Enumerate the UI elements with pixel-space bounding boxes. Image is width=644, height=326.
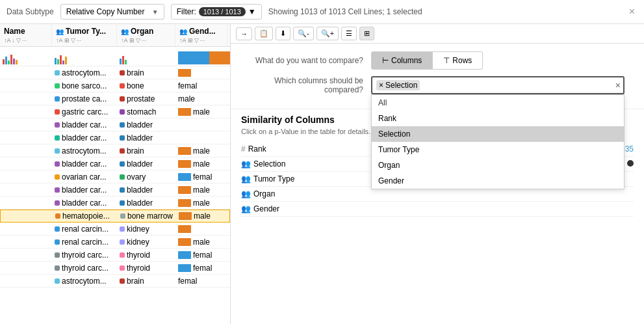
gender-bar <box>179 212 192 220</box>
table-row[interactable]: bladder car... bladder male <box>0 157 230 170</box>
table-row[interactable]: astrocytom... brain femal <box>0 275 230 288</box>
select-input[interactable]: × Selection <box>371 76 625 94</box>
filter-button[interactable]: Filter: 1013 / 1013 ▼ <box>171 4 262 20</box>
filter-col-icon3[interactable]: ▽ <box>136 37 140 44</box>
more-icon3[interactable]: ··· <box>142 37 147 44</box>
filter-col-icon[interactable]: ▽ <box>16 37 21 44</box>
gender-bar <box>178 69 191 77</box>
cell-tumor: bone sarco... <box>52 81 117 90</box>
download-tool-button[interactable]: ⬇ <box>276 27 290 40</box>
table-row[interactable]: bone sarco... bone femal <box>0 79 230 92</box>
cell-organ: bladder <box>117 120 175 129</box>
filter-col-icon4[interactable]: ▽ <box>194 37 199 44</box>
table-row[interactable]: thyroid carc... thyroid femal <box>0 262 230 275</box>
dropdown-item-selection[interactable]: Selection <box>372 126 624 142</box>
tumor-color-dot <box>55 265 60 271</box>
more-icon[interactable]: ··· <box>22 37 27 44</box>
organ-color-dot <box>120 239 125 245</box>
select-area: × Selection × AllRankSelectionTumor Type… <box>371 76 625 94</box>
table-row[interactable]: astrocytom... brain male <box>0 144 230 157</box>
sort-asc-icon2[interactable]: ↑A <box>56 37 63 44</box>
cell-organ: brain <box>117 68 175 77</box>
col-icon2[interactable]: ⊞ <box>64 37 70 44</box>
main-layout: Name ↑A ↓ ▽ ··· 👥 Tumor Ty... ↑A ⊞ ▽ <box>0 24 644 324</box>
data-subtype-dropdown[interactable]: Relative Copy Number ▼ <box>60 4 164 20</box>
organ-color-dot <box>120 252 125 258</box>
more-icon4[interactable]: ··· <box>200 37 205 44</box>
col-header-gender[interactable]: 👥 Gend... ↑A ⊞ ▽ ··· <box>175 24 227 46</box>
rows-button[interactable]: ⊤ Rows <box>433 51 483 70</box>
table-row[interactable]: gastric carc... stomach male <box>0 105 230 118</box>
arrow-tool-button[interactable]: → <box>236 27 252 40</box>
cell-organ: bone marrow <box>118 211 176 221</box>
table-row[interactable]: ovarian car... ovary femal <box>0 170 230 183</box>
cell-gender: male <box>175 159 227 169</box>
table-row[interactable]: bladder car... bladder male <box>0 197 230 210</box>
grid-tool-button[interactable]: ⊞ <box>359 27 374 40</box>
gender-bar <box>178 173 191 181</box>
sim-label: 👥 Gender <box>241 204 601 213</box>
tumor-color-dot <box>55 252 60 258</box>
tumor-color-dot <box>55 83 60 88</box>
table-row[interactable]: renal carcin... kidney <box>0 223 230 236</box>
chevron-down-icon: ▼ <box>248 7 256 16</box>
col-icon4[interactable]: ⊞ <box>188 37 193 44</box>
table-row[interactable]: astrocytom... brain <box>0 66 230 79</box>
organ-color-dot <box>120 70 125 75</box>
cell-tumor: astrocytom... <box>52 68 117 77</box>
organ-color-dot <box>120 148 125 154</box>
dropdown-item-organ[interactable]: Organ <box>372 157 624 173</box>
zoom-out-button[interactable]: 🔍- <box>293 27 314 40</box>
cell-tumor: thyroid carc... <box>52 264 117 273</box>
dropdown-item-all[interactable]: All <box>372 95 624 111</box>
cell-gender <box>175 69 227 77</box>
gender-bar <box>178 160 191 168</box>
col-header-name[interactable]: Name ↑A ↓ ▽ ··· <box>0 24 52 46</box>
table-row[interactable]: prostate ca... prostate male <box>0 92 230 105</box>
cell-tumor: bladder car... <box>52 120 117 129</box>
table-row[interactable]: bladder car... bladder <box>0 131 230 144</box>
dropdown-list: AllRankSelectionTumor TypeOrganGender <box>371 94 625 189</box>
organ-color-dot <box>120 278 125 284</box>
tumor-color-dot <box>55 122 60 128</box>
col-organ-label: Organ <box>131 27 153 36</box>
sort-asc-icon4[interactable]: ↑A <box>179 37 187 44</box>
cell-gender: femal <box>175 277 227 286</box>
cell-organ: kidney <box>117 238 175 247</box>
sim-row[interactable]: 👥 Gender <box>241 202 634 217</box>
gender-bar <box>178 264 191 272</box>
more-icon2[interactable]: ··· <box>77 37 82 44</box>
col-header-tumor[interactable]: 👥 Tumor Ty... ↑A ⊞ ▽ ··· <box>52 24 117 46</box>
organ-people-icon: 👥 <box>121 28 129 35</box>
tumor-color-dot <box>55 109 60 115</box>
tumor-color-dot <box>55 174 60 180</box>
dropdown-item-rank[interactable]: Rank <box>372 111 624 126</box>
columns-button[interactable]: ⊢ Columns <box>371 51 433 70</box>
sort-asc-icon3[interactable]: ↑A <box>121 37 128 44</box>
dropdown-item-tumor-type[interactable]: Tumor Type <box>372 142 624 157</box>
filter-col-icon2[interactable]: ▽ <box>71 37 75 44</box>
table-row[interactable]: thyroid carc... thyroid femal <box>0 249 230 262</box>
zoom-in-button[interactable]: 🔍+ <box>316 27 339 40</box>
table-row[interactable]: bladder car... bladder <box>0 118 230 131</box>
tag-remove-icon[interactable]: × <box>379 81 383 90</box>
cell-organ: kidney <box>117 224 175 234</box>
cell-organ: bone <box>117 81 175 90</box>
table-row[interactable]: hematopoie... bone marrow male <box>0 210 230 223</box>
col-header-organ[interactable]: 👥 Organ ↑A ⊞ ▽ ··· <box>117 24 175 46</box>
dropdown-item-gender[interactable]: Gender <box>372 173 624 189</box>
people-icon: 👥 <box>241 174 251 183</box>
compare-options: ⊢ Columns ⊤ Rows <box>371 51 483 70</box>
select-close-button[interactable]: × <box>615 80 621 90</box>
table-row[interactable]: renal carcin... kidney male <box>0 236 230 249</box>
gender-bar <box>178 147 191 155</box>
sort-desc-icon[interactable]: ↓ <box>12 37 16 44</box>
toolbar: → 📋 ⬇ 🔍- 🔍+ ☰ ⊞ <box>231 24 644 44</box>
col-icon3[interactable]: ⊞ <box>129 37 135 44</box>
list-tool-button[interactable]: ☰ <box>341 27 357 40</box>
tumor-color-dot <box>55 213 60 219</box>
clipboard-tool-button[interactable]: 📋 <box>255 27 273 40</box>
sort-asc-icon[interactable]: ↑A <box>4 37 11 44</box>
table-row[interactable]: bladder car... bladder male <box>0 183 230 197</box>
close-button[interactable]: × <box>626 6 638 18</box>
